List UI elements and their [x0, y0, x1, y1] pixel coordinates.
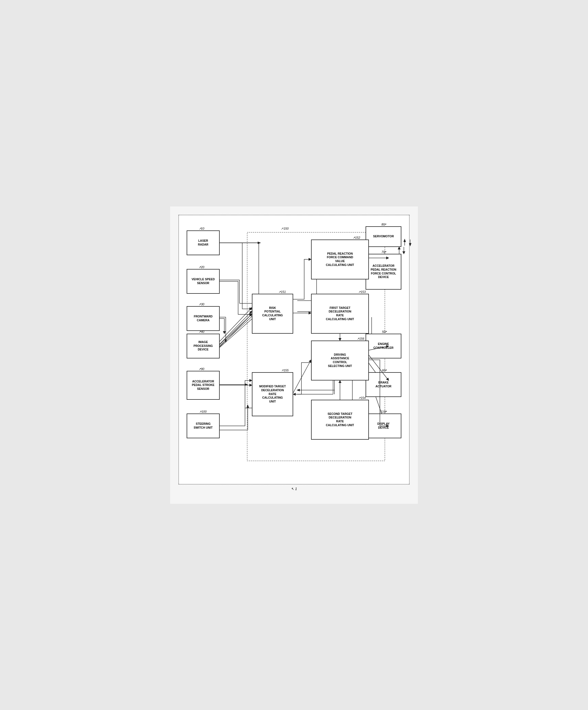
ref-150: 150 — [284, 227, 288, 230]
ref-30: 30 — [201, 303, 204, 306]
accelerator-pedal-block: ACCELERATORPEDAL STROKESENSOR — [187, 371, 220, 400]
vehicle-speed-block: VEHICLE SPEEDSENSOR — [187, 269, 220, 294]
ref-10: 10 — [201, 227, 204, 230]
modified-target-decel-block: MODIFIED TARGETDECELERATIONRATECALCULATI… — [252, 372, 293, 416]
ref-155: 155 — [284, 369, 288, 372]
driving-assistance-block: DRIVINGASSISTANCECONTROLSELECTING UNIT — [311, 340, 369, 380]
engine-controller-block: ENGINECONTROLLER — [366, 334, 401, 358]
laser-radar-block: LASERRADAR — [187, 231, 220, 255]
risk-potential-block: RISKPOTENTIALCALCULATINGUNIT — [252, 294, 293, 334]
pedal-reaction-block: PEDAL REACTIONFORCE COMMANDVALUECALCULAT… — [311, 239, 369, 279]
svg-line-36 — [220, 314, 252, 347]
diagram-container: 150 ↗ LASERRADAR 10 ↗ VEHICLE SPEEDSENSO… — [179, 215, 409, 484]
diagram-number: ↖ 1 — [179, 487, 409, 491]
steering-switch-block: STEERINGSWITCH UNIT — [187, 413, 220, 438]
accel-reaction-force-block: ACCELERATORPEDAL REACTIONFORCE CONTROLDE… — [366, 254, 401, 290]
image-processing-block: IMAGEPROCESSINGDEVICE — [187, 334, 220, 358]
servomotor-block: SERVOMOTOR — [366, 226, 401, 247]
page: 150 ↗ LASERRADAR 10 ↗ VEHICLE SPEEDSENSO… — [170, 207, 418, 504]
ref-90: 90 — [201, 367, 204, 371]
ref-156: 156 — [359, 337, 364, 340]
ref-40: 40 — [201, 330, 204, 333]
first-target-decel-block: FIRST TARGETDECELERATIONRATECALCULATING … — [311, 294, 369, 334]
ref-20: 20 — [201, 265, 204, 269]
ref-153: 153 — [361, 290, 366, 293]
frontward-camera-block: FRONTWARDCAMERA — [187, 306, 220, 331]
display-device-block: DISPLAYDEVICE — [366, 413, 401, 438]
second-target-decel-block: SECOND TARGETDECELERATIONRATECALCULATING… — [311, 400, 369, 440]
ref-154: 154 — [361, 396, 366, 400]
ref-152: 152 — [355, 236, 360, 239]
svg-line-35 — [220, 311, 252, 344]
svg-line-34 — [220, 308, 252, 341]
ref-151: 151 — [281, 290, 286, 293]
ref-100: 100 — [202, 410, 207, 413]
brake-actuator-block: BRAKEACTUATOR — [366, 372, 401, 397]
